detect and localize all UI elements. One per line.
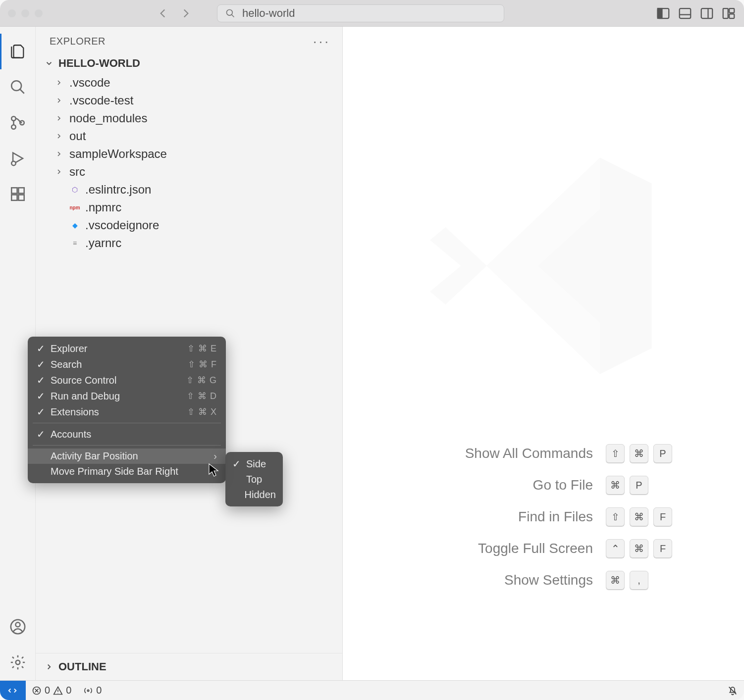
menu-item[interactable]: ✓Extensions⇧ ⌘ X	[28, 404, 226, 420]
menu-item-accounts[interactable]: ✓ Accounts	[28, 426, 226, 442]
nav-back-icon[interactable]	[157, 7, 169, 20]
keyboard-key: ⇧	[606, 444, 625, 463]
status-notifications[interactable]	[721, 685, 744, 696]
activity-search[interactable]	[0, 69, 36, 105]
tree-file[interactable]: ≡.yarnrc	[53, 234, 342, 252]
toggle-secondary-sidebar-icon[interactable]	[699, 6, 714, 21]
tree-folder[interactable]: .vscode	[53, 74, 342, 92]
menu-label: Extensions	[51, 406, 99, 418]
source-control-icon	[9, 114, 26, 131]
menu-item-activity-bar-position[interactable]: Activity Bar Position ›	[28, 449, 226, 464]
svg-rect-9	[729, 14, 734, 18]
zoom-dot[interactable]	[35, 9, 43, 17]
menu-item[interactable]: ✓Source Control⇧ ⌘ G	[28, 372, 226, 388]
menu-item-move-sidebar-right[interactable]: Move Primary Side Bar Right	[28, 464, 226, 479]
keyboard-key: F	[653, 507, 672, 526]
tree-item-label: .vscode	[69, 76, 110, 90]
tree-item-label: node_modules	[69, 111, 147, 125]
svg-point-12	[11, 125, 16, 129]
menu-item[interactable]: ✓Explorer⇧ ⌘ E	[28, 341, 226, 356]
activity-explorer[interactable]	[0, 34, 36, 69]
tree-folder[interactable]: .vscode-test	[53, 92, 342, 109]
check-icon: ✓	[37, 428, 46, 440]
status-problems[interactable]: 0 0	[26, 685, 77, 696]
outline-section[interactable]: OUTLINE	[36, 653, 342, 680]
toggle-panel-icon[interactable]	[678, 6, 692, 21]
menu-label: Accounts	[51, 429, 91, 440]
status-ports[interactable]: 0	[77, 685, 107, 696]
vscode-watermark	[395, 117, 692, 414]
shortcut-label: Go to File	[415, 477, 593, 493]
editor-area: Show All Commands⇧⌘PGo to File⌘PFind in …	[343, 27, 744, 680]
command-center[interactable]: hello-world	[217, 4, 504, 22]
svg-point-11	[11, 116, 16, 121]
svg-rect-16	[11, 195, 17, 200]
submenu-item[interactable]: ✓Side	[225, 456, 283, 472]
activity-source-control[interactable]	[0, 105, 36, 141]
keyboard-key: P	[653, 444, 672, 463]
svg-rect-8	[729, 8, 734, 13]
keyboard-key: F	[653, 539, 672, 558]
status-warnings-count: 0	[66, 685, 71, 696]
activity-accounts[interactable]	[0, 609, 36, 645]
sidebar-more-icon[interactable]: ···	[313, 39, 330, 44]
menu-label: Explorer	[51, 343, 87, 354]
chevron-down-icon	[45, 59, 53, 68]
tree-file[interactable]: npm.npmrc	[53, 199, 342, 216]
keyboard-key: ⌘	[630, 539, 648, 558]
remote-indicator[interactable]	[0, 681, 26, 700]
tree-folder[interactable]: sampleWorkspace	[53, 145, 342, 163]
close-dot[interactable]	[8, 9, 16, 17]
menu-shortcut: ⇧ ⌘ X	[187, 406, 217, 417]
tree-folder[interactable]: node_modules	[53, 109, 342, 127]
customize-layout-icon[interactable]	[721, 6, 736, 21]
window-controls	[8, 9, 43, 17]
activity-run-debug[interactable]	[0, 141, 36, 176]
workspace-root[interactable]: HELLO-WORLD	[36, 53, 342, 74]
keyboard-key: ⌘	[630, 507, 648, 526]
nav-forward-icon[interactable]	[179, 7, 192, 20]
chevron-right-icon	[53, 147, 64, 161]
keyboard-key: ⇧	[606, 507, 625, 526]
check-icon: ✓	[37, 358, 46, 370]
toggle-primary-sidebar-icon[interactable]	[656, 6, 671, 21]
svg-point-21	[15, 660, 20, 665]
svg-rect-3	[680, 8, 691, 18]
submenu-item[interactable]: Hidden	[225, 487, 283, 502]
menu-item[interactable]: ✓Search⇧ ⌘ F	[28, 356, 226, 372]
keyboard-key: ⌃	[606, 539, 625, 558]
tree-file[interactable]: ◆.vscodeignore	[53, 216, 342, 234]
tree-item-label: sampleWorkspace	[69, 147, 167, 161]
remote-icon	[7, 685, 18, 696]
tree-item-label: .vscode-test	[69, 94, 133, 107]
vscode-file-icon: ◆	[69, 220, 80, 231]
nav-arrows	[157, 7, 192, 20]
tree-file[interactable]: ⬡.eslintrc.json	[53, 181, 342, 199]
submenu-item[interactable]: Top	[225, 472, 283, 487]
activity-extensions[interactable]	[0, 176, 36, 212]
shortcut-row: Toggle Full Screen⌃⌘F	[415, 539, 672, 558]
menu-label: Activity Bar Position	[51, 450, 138, 462]
shortcut-row: Go to File⌘P	[415, 476, 672, 495]
minimize-dot[interactable]	[21, 9, 29, 17]
menu-separator	[33, 445, 221, 446]
search-icon	[9, 79, 26, 96]
tree-folder[interactable]: out	[53, 127, 342, 145]
broadcast-icon	[83, 686, 93, 696]
menu-shortcut: ⇧ ⌘ G	[186, 375, 217, 386]
keyboard-key: ⌘	[630, 444, 648, 463]
svg-point-14	[11, 161, 16, 166]
chevron-right-icon: ›	[213, 450, 217, 462]
shortcut-label: Toggle Full Screen	[415, 541, 593, 556]
svg-rect-7	[723, 8, 728, 18]
menu-label: Search	[51, 359, 82, 370]
tree-item-label: .npmrc	[85, 200, 121, 214]
menu-item[interactable]: ✓Run and Debug⇧ ⌘ D	[28, 388, 226, 404]
activity-settings[interactable]	[0, 645, 36, 680]
check-icon: ✓	[37, 390, 46, 402]
check-icon: ✓	[232, 458, 241, 470]
svg-rect-18	[18, 188, 24, 193]
svg-point-0	[227, 9, 233, 15]
menu-label: Move Primary Side Bar Right	[51, 466, 178, 477]
tree-folder[interactable]: src	[53, 163, 342, 181]
